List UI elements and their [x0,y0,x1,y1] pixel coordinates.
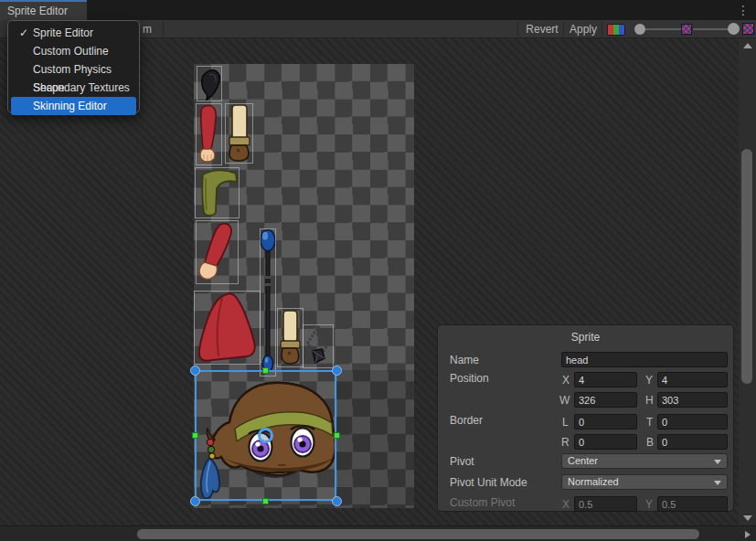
kebab-menu-icon[interactable]: ⋮ [736,2,751,18]
toolbar-separator [602,22,602,37]
mipmap-small-icon [681,24,692,35]
scroll-down-arrow-icon[interactable] [743,515,752,521]
mipmap-slider-thumb[interactable] [728,23,740,35]
t-axis-label: T [646,416,653,429]
checkmark-icon: ✓ [16,24,31,42]
dropdown-arrow-icon [714,481,721,485]
vertical-scrollbar[interactable] [739,38,756,525]
selection-handle-left-mid[interactable] [192,432,198,439]
mipmap-large-icon [742,23,754,35]
b-axis-label: B [646,436,654,449]
pivot-unit-mode-label: Pivot Unit Mode [450,476,527,489]
w-axis-label: W [559,394,570,407]
rgb-alpha-toggle-icon[interactable] [607,24,625,36]
sprite-inspector-panel: Sprite Name Position X Y W H Border L T … [437,324,734,512]
window-tab-sprite-editor[interactable]: Sprite Editor [0,2,87,20]
toolbar-separator [163,22,164,37]
dim-overlay [337,370,414,508]
y-axis-label: Y [645,374,653,387]
selection-handle-top-right[interactable] [332,366,342,376]
sprite-rect-amulet[interactable] [303,324,334,368]
pivot-unit-mode-dropdown[interactable]: Normalized [561,474,728,490]
x-axis-label: X [562,374,570,387]
custom-pivot-x-field [574,496,637,512]
horizontal-scrollbar[interactable] [0,525,756,541]
l-axis-label: L [562,416,569,429]
menu-item-custom-physics-shape[interactable]: Custom Physics Shape [11,60,136,79]
position-y-field[interactable] [657,372,728,387]
pivot-dropdown[interactable]: Center [561,453,728,469]
selection-handle-right-mid[interactable] [334,432,340,439]
toolbar-separator [517,22,518,37]
sprite-rect-boot-1[interactable] [225,103,253,164]
sprite-rect-scarf[interactable] [195,167,240,218]
apply-button[interactable]: Apply [567,20,600,38]
selection-handle-top-mid[interactable] [262,367,269,374]
width-field[interactable] [574,392,637,408]
menu-item-skinning-editor[interactable]: Skinning Editor [11,97,136,115]
scroll-right-arrow-icon[interactable] [745,531,751,538]
selection-handle-bottom-mid[interactable] [262,498,269,504]
zoom-slider-thumb[interactable] [634,24,645,35]
name-label: Name [450,354,479,366]
selection-handle-top-left[interactable] [190,366,200,376]
vertical-scrollbar-thumb[interactable] [741,149,752,384]
sprite-editor-mode-menu: ✓ Sprite Editor Custom Outline Custom Ph… [7,20,140,113]
border-r-field[interactable] [574,434,637,450]
border-b-field[interactable] [657,434,728,450]
border-t-field[interactable] [657,414,728,430]
revert-button[interactable]: Revert [523,20,561,38]
sprite-rect-hair[interactable] [197,66,222,101]
selection-handle-bottom-right[interactable] [332,496,342,506]
dropdown-arrow-icon [714,460,721,464]
custom-pivot-y-field [657,496,728,512]
height-field[interactable] [657,392,728,408]
custom-pivot-label: Custom Pivot [450,496,515,509]
scroll-up-arrow-icon[interactable] [743,43,752,48]
menu-item-secondary-textures[interactable]: Secondary Textures [11,79,136,97]
trim-button-partial[interactable]: m [143,20,152,38]
position-x-field[interactable] [574,372,637,387]
border-l-field[interactable] [574,414,637,430]
toolbar-separator [563,22,564,37]
custom-pivot-x-label: X [562,498,570,511]
panel-title: Sprite [438,331,733,344]
position-label: Position [450,372,489,385]
sprite-rect-boot-2[interactable] [277,308,303,367]
sprite-rect-staff[interactable] [260,228,276,377]
name-field[interactable] [561,352,728,367]
sprite-rect-arm-straight[interactable] [196,103,222,165]
pivot-label: Pivot [450,455,474,468]
sprite-rect-cape[interactable] [194,291,261,365]
selection-handle-bottom-left[interactable] [190,496,200,506]
sprite-editor-window: Sprite Editor ⋮ m Revert Apply [0,0,756,541]
r-axis-label: R [561,436,570,449]
horizontal-scrollbar-thumb[interactable] [137,529,699,539]
h-axis-label: H [645,394,654,407]
sprite-rect-arm-bent[interactable] [196,220,239,284]
border-label: Border [450,414,483,427]
custom-pivot-y-label: Y [645,498,653,511]
menu-item-custom-outline[interactable]: Custom Outline [11,42,136,60]
menu-item-sprite-editor[interactable]: ✓ Sprite Editor [11,24,136,42]
pivot-handle[interactable] [258,428,273,443]
title-bar: Sprite Editor ⋮ [0,0,756,20]
